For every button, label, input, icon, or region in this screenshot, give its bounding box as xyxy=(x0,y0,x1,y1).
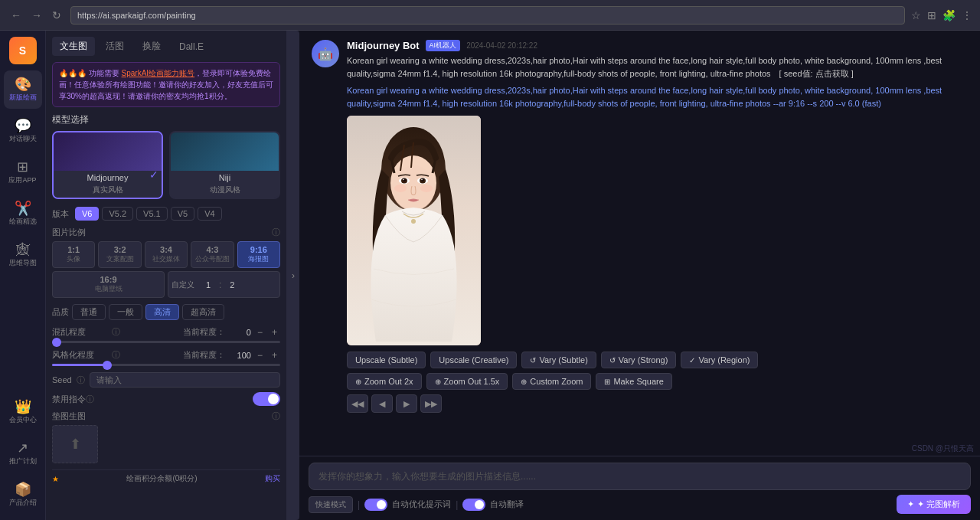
vary-subtle-btn[interactable]: ↺ Vary (Subtle) xyxy=(521,352,596,368)
chaos-value-label: 当前程度： xyxy=(183,326,225,338)
extensions-icon[interactable]: 🧩 xyxy=(942,9,956,21)
ratio-btn-4-3[interactable]: 4:3 公众号配图 xyxy=(191,241,234,268)
promo-link[interactable]: SparkAI绘画能力账号 xyxy=(122,69,195,77)
chat-input-box[interactable]: 发挥你的想象力，输入你想要生成的图片描述信息...... xyxy=(309,463,971,490)
quality-btn-general[interactable]: 一般 xyxy=(109,304,142,320)
chaos-slider-track[interactable] xyxy=(52,341,280,343)
promo-banner: 🔥🔥🔥 功能需要 SparkAI绘画能力账号，登录即可体验免费绘画！任意体验所有… xyxy=(52,62,280,107)
model-card-label-mj: Midjourney xyxy=(54,171,162,185)
sidebar-item-label-select: 绘画精选 xyxy=(9,217,37,227)
analyze-button[interactable]: ✦ ✦ 完图解析 xyxy=(897,495,971,514)
sidebar-item-mind[interactable]: 🕸 思维导图 xyxy=(4,236,42,274)
seed-label: Seed xyxy=(52,375,72,384)
version-btn-v4[interactable]: V4 xyxy=(198,207,221,221)
bot-avatar-icon: 🤖 xyxy=(318,47,333,61)
seed-input[interactable] xyxy=(90,372,280,388)
zoom-out-15x-btn[interactable]: ⊕ Zoom Out 1.5x xyxy=(426,373,508,390)
pad-upload-btn[interactable]: ⬆ xyxy=(52,425,98,463)
nav-next-btn[interactable]: ▶ xyxy=(396,394,417,413)
quality-btn-normal[interactable]: 普通 xyxy=(72,304,106,320)
sidebar-item-paint[interactable]: 🎨 新版绘画 xyxy=(4,70,42,109)
zoom-out-2x-btn[interactable]: ⊕ Zoom Out 2x xyxy=(347,373,422,390)
upscale-subtle-btn[interactable]: Upscale (Subtle) xyxy=(347,352,426,368)
menu-icon[interactable]: ⋮ xyxy=(962,9,972,21)
nav-next-next-btn[interactable]: ▶▶ xyxy=(420,394,442,413)
toggle-knob xyxy=(268,394,279,404)
ratio-btn-3-4[interactable]: 3:4 社交媒体 xyxy=(145,241,188,268)
upscale-creative-btn[interactable]: Upscale (Creative) xyxy=(430,352,517,368)
refresh-button[interactable]: ↻ xyxy=(49,8,64,23)
chaos-minus[interactable]: − xyxy=(254,327,266,338)
credits-buy-link[interactable]: 购买 xyxy=(265,473,280,484)
ratio-name-1-1: 头像 xyxy=(54,254,93,264)
far-left-nav: S 🎨 新版绘画 💬 对话聊天 ⊞ 应用APP ✂️ 绘画精选 🕸 思维导图 👑… xyxy=(0,31,46,520)
separator1: | xyxy=(358,499,360,510)
nav-prev-prev-btn[interactable]: ◀◀ xyxy=(347,394,368,413)
address-bar[interactable] xyxy=(70,6,905,25)
model-card-niji[interactable]: Niji 动漫风格 xyxy=(169,131,280,199)
stylize-slider-track[interactable] xyxy=(52,364,280,366)
auto-translate-toggle[interactable] xyxy=(462,499,485,511)
paint-icon: 🎨 xyxy=(15,77,31,91)
tab-face-swap[interactable]: 换脸 xyxy=(135,37,168,56)
mind-icon: 🕸 xyxy=(16,243,30,257)
back-button[interactable]: ← xyxy=(8,8,24,23)
auto-optimize-toggle[interactable] xyxy=(364,499,387,511)
custom-ratio-input1[interactable] xyxy=(199,279,217,291)
sidebar-item-member[interactable]: 👑 会员中心 xyxy=(4,393,42,431)
version-btn-v6[interactable]: V6 xyxy=(75,207,99,221)
forbidden-toggle[interactable] xyxy=(253,392,280,406)
analyze-icon: ✦ xyxy=(907,499,914,509)
model-card-midjourney[interactable]: ✓ Midjourney 真实风格 xyxy=(52,131,163,199)
browser-chrome: ← → ↻ ☆ ⊞ 🧩 ⋮ xyxy=(0,0,980,31)
quality-btn-hd[interactable]: 高清 xyxy=(145,304,179,320)
browser-icons: ☆ ⊞ 🧩 ⋮ xyxy=(911,9,972,21)
make-square-icon: ⊞ xyxy=(604,378,610,386)
version-btn-v5[interactable]: V5 xyxy=(171,207,194,221)
ratio-btn-1-1[interactable]: 1:1 头像 xyxy=(52,241,95,268)
stylize-plus[interactable]: + xyxy=(269,350,280,361)
make-square-btn[interactable]: ⊞ Make Square xyxy=(596,373,671,390)
chaos-slider-thumb[interactable] xyxy=(52,338,61,347)
sidebar-item-share[interactable]: ↗ 推广计划 xyxy=(4,434,42,473)
ratio-val-3-2: 3:2 xyxy=(100,245,139,254)
version-btn-v52[interactable]: V5.2 xyxy=(102,207,133,221)
vary-subtle-label: Vary (Subtle) xyxy=(539,355,587,365)
promo-text: 功能需要 SparkAI绘画能力账号，登录即可体验免费绘画！任意体验所有绘图功能… xyxy=(59,69,273,100)
tab-animation[interactable]: 活图 xyxy=(98,37,132,56)
auto-optimize-knob xyxy=(377,500,386,509)
forbidden-row: 禁用指令 ⓘ xyxy=(52,392,280,406)
quick-mode-btn[interactable]: 快速模式 xyxy=(309,496,353,513)
vary-region-btn[interactable]: ✓ Vary (Region) xyxy=(681,352,758,368)
sidebar-item-label-paint: 新版绘画 xyxy=(9,93,37,103)
sidebar-item-product[interactable]: 📦 产品介绍 xyxy=(4,476,42,514)
forbidden-label: 禁用指令 xyxy=(52,394,86,405)
version-btn-v51[interactable]: V5.1 xyxy=(136,207,168,221)
collapse-panel-button[interactable]: › xyxy=(287,31,299,520)
sidebar-item-chat[interactable]: 💬 对话聊天 xyxy=(4,112,42,150)
nav-prev-btn[interactable]: ◀ xyxy=(371,394,393,413)
stylize-minus[interactable]: − xyxy=(254,350,266,361)
forward-button[interactable]: → xyxy=(28,8,45,23)
ratio-btn-3-2[interactable]: 3:2 文案配图 xyxy=(98,241,141,268)
tab-text-to-image[interactable]: 文生图 xyxy=(52,37,95,56)
chaos-plus[interactable]: + xyxy=(269,327,280,338)
chat-image-wrap xyxy=(347,116,968,345)
sidebar-item-label-app: 应用APP xyxy=(8,175,36,185)
quality-btn-ultra-hd[interactable]: 超高清 xyxy=(182,304,224,320)
left-panel: 文生图 活图 换脸 Dall.E 🔥🔥🔥 功能需要 SparkAI绘画能力账号，… xyxy=(46,31,287,520)
custom-ratio-input2[interactable] xyxy=(223,280,241,289)
stylize-slider-thumb[interactable] xyxy=(103,361,112,370)
chaos-info-icon: ⓘ xyxy=(112,326,120,338)
ratio-btn-16-9[interactable]: 16:9 电脑壁纸 xyxy=(52,271,165,298)
vary-strong-btn[interactable]: ↺ Vary (Strong) xyxy=(601,352,677,368)
chat-image xyxy=(347,116,481,345)
star-icon[interactable]: ☆ xyxy=(911,9,921,21)
sidebar-item-app[interactable]: ⊞ 应用APP xyxy=(4,153,42,191)
sidebar-item-select[interactable]: ✂️ 绘画精选 xyxy=(4,195,42,233)
bookmark-icon[interactable]: ⊞ xyxy=(927,9,936,21)
ratio-btn-9-16[interactable]: 9:16 海报图 xyxy=(237,241,280,268)
custom-zoom-btn[interactable]: ⊕ Custom Zoom xyxy=(512,373,591,390)
sidebar-item-label-mind: 思维导图 xyxy=(9,258,37,268)
tab-dalle[interactable]: Dall.E xyxy=(172,37,211,56)
